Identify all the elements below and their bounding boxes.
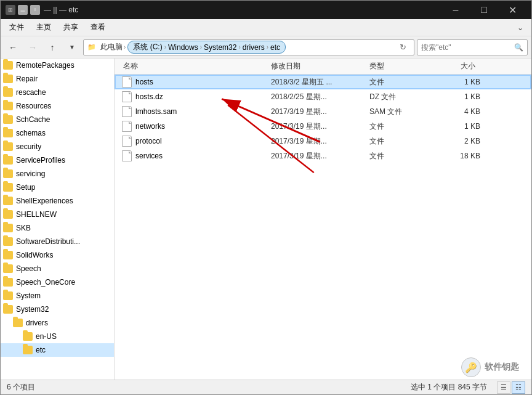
file-name: networks bbox=[135, 122, 271, 131]
folder-icon bbox=[3, 237, 13, 246]
col-header-date[interactable]: 修改日期 bbox=[268, 61, 367, 71]
sidebar-item[interactable]: rescache bbox=[1, 86, 114, 99]
sidebar-item[interactable]: servicing bbox=[1, 167, 114, 181]
breadcrumb-pc[interactable]: 此电脑 › bbox=[100, 42, 126, 52]
address-bar[interactable]: 📁 此电脑 › 系统 (C:) › Windows › System32 › d… bbox=[83, 39, 414, 55]
menu-file[interactable]: 文件 bbox=[3, 20, 30, 35]
up-button[interactable]: ↑ bbox=[44, 39, 61, 56]
file-icon bbox=[122, 150, 132, 161]
dropdown-button[interactable]: ▼ bbox=[63, 39, 81, 56]
folder-icon bbox=[3, 88, 13, 97]
close-button[interactable]: ✕ bbox=[498, 1, 526, 19]
folder-icon bbox=[3, 264, 13, 273]
settings-button[interactable]: ⌄ bbox=[512, 19, 529, 36]
sidebar-item[interactable]: Setup bbox=[1, 181, 114, 194]
window-controls: – □ ✕ bbox=[441, 1, 526, 19]
col-header-type[interactable]: 类型 bbox=[367, 61, 429, 71]
view-details-button[interactable]: ☰ bbox=[497, 381, 510, 394]
sidebar: RemotePackagesRepairrescacheResourcesSch… bbox=[1, 59, 115, 380]
table-row[interactable]: hosts2018/3/2 星期五 ...文件1 KB bbox=[115, 75, 531, 89]
content-area: RemotePackagesRepairrescacheResourcesSch… bbox=[1, 59, 531, 380]
sidebar-item-label: en-US bbox=[36, 332, 57, 341]
file-area: 名称 修改日期 类型 大小 hosts2018/3/2 星期五 ...文件1 K… bbox=[115, 59, 531, 380]
window-icon: ⊞ bbox=[6, 5, 15, 15]
sidebar-item-label: security bbox=[16, 142, 41, 151]
title-icon2: ▬ bbox=[18, 5, 28, 15]
sidebar-item-label: schemas bbox=[16, 129, 46, 137]
menu-view[interactable]: 查看 bbox=[84, 20, 111, 35]
sidebar-item[interactable]: SoftwareDistributi... bbox=[1, 235, 114, 248]
sidebar-item[interactable]: Speech bbox=[1, 262, 114, 275]
search-icon: 🔍 bbox=[514, 43, 523, 52]
sidebar-item[interactable]: Speech_OneCore bbox=[1, 275, 114, 289]
file-name: hosts.dz bbox=[135, 92, 271, 101]
sidebar-item[interactable]: ServiceProfiles bbox=[1, 153, 114, 167]
sidebar-item-label: Speech_OneCore bbox=[16, 278, 75, 287]
refresh-button[interactable]: ↻ bbox=[395, 40, 410, 55]
search-input[interactable] bbox=[421, 43, 514, 52]
sidebar-item[interactable]: en-US bbox=[1, 330, 114, 343]
breadcrumb-highlighted[interactable]: 系统 (C:) › Windows › System32 › drivers ›… bbox=[127, 41, 286, 54]
sidebar-item[interactable]: SKB bbox=[1, 221, 114, 235]
sidebar-item[interactable]: SHELLNEW bbox=[1, 208, 114, 221]
sidebar-item[interactable]: etc bbox=[1, 343, 114, 357]
minimize-button[interactable]: – bbox=[441, 1, 470, 19]
sidebar-item-label: etc bbox=[36, 346, 46, 354]
sidebar-item-label: drivers bbox=[26, 319, 48, 327]
sidebar-item[interactable]: System bbox=[1, 289, 114, 303]
sidebar-item[interactable]: ShellExperiences bbox=[1, 194, 114, 208]
sidebar-item-label: SKB bbox=[16, 224, 31, 232]
file-icon bbox=[122, 91, 132, 102]
folder-icon bbox=[3, 291, 13, 300]
file-icon bbox=[122, 76, 132, 88]
file-date: 2018/3/2 星期五 ... bbox=[271, 77, 369, 88]
file-icon bbox=[122, 136, 132, 147]
table-row[interactable]: lmhosts.sam2017/3/19 星期...SAM 文件4 KB bbox=[115, 104, 531, 119]
sidebar-item[interactable]: Resources bbox=[1, 99, 114, 113]
file-name: hosts bbox=[135, 78, 271, 86]
sidebar-item-label: RemotePackages bbox=[16, 61, 75, 70]
search-bar[interactable]: 🔍 bbox=[417, 39, 528, 55]
sidebar-item[interactable]: System32 bbox=[1, 303, 114, 316]
back-button[interactable]: ← bbox=[4, 39, 22, 56]
folder-icon bbox=[3, 75, 13, 83]
file-name: services bbox=[135, 152, 271, 160]
folder-icon bbox=[3, 102, 13, 110]
col-header-size[interactable]: 大小 bbox=[429, 61, 478, 71]
view-list-button[interactable]: ☷ bbox=[512, 381, 525, 394]
menu-home[interactable]: 主页 bbox=[30, 20, 57, 35]
file-size: 1 KB bbox=[431, 92, 480, 101]
folder-icon bbox=[23, 332, 33, 341]
sidebar-item[interactable]: SchCache bbox=[1, 113, 114, 126]
file-icon bbox=[122, 106, 132, 117]
maximize-button[interactable]: □ bbox=[470, 1, 498, 19]
folder-icon bbox=[3, 129, 13, 137]
file-size: 4 KB bbox=[431, 107, 480, 116]
sidebar-item[interactable]: drivers bbox=[1, 316, 114, 330]
sidebar-item-label: SolidWorks bbox=[16, 251, 53, 259]
table-row[interactable]: hosts.dz2018/2/25 星期...DZ 文件1 KB bbox=[115, 89, 531, 104]
forward-button[interactable]: → bbox=[24, 39, 41, 56]
sidebar-item[interactable]: schemas bbox=[1, 126, 114, 140]
table-row[interactable]: services2017/3/19 星期...文件18 KB bbox=[115, 149, 531, 163]
col-header-name[interactable]: 名称 bbox=[121, 61, 268, 71]
table-row[interactable]: protocol2017/3/19 星期...文件2 KB bbox=[115, 134, 531, 149]
file-date: 2018/2/25 星期... bbox=[271, 92, 369, 102]
watermark: 🔑 软件钥匙 bbox=[461, 357, 519, 377]
title-bar-icons: ⊞ ▬ ⬇ bbox=[6, 5, 40, 15]
sidebar-item-label: Resources bbox=[16, 102, 51, 110]
file-type: 文件 bbox=[369, 121, 431, 132]
menu-share[interactable]: 共享 bbox=[57, 20, 84, 35]
file-date: 2017/3/19 星期... bbox=[271, 151, 369, 161]
status-bar: 6 个项目 选中 1 个项目 845 字节 ☰ ☷ bbox=[1, 380, 531, 394]
sidebar-item[interactable]: Repair bbox=[1, 72, 114, 86]
folder-icon bbox=[3, 169, 13, 178]
folder-icon bbox=[13, 319, 23, 327]
file-name: protocol bbox=[135, 137, 271, 145]
table-row[interactable]: networks2017/3/19 星期...文件1 KB bbox=[115, 119, 531, 134]
sidebar-item[interactable]: security bbox=[1, 140, 114, 153]
sidebar-item-label: Repair bbox=[16, 75, 38, 83]
folder-icon bbox=[3, 305, 13, 314]
sidebar-item[interactable]: SolidWorks bbox=[1, 248, 114, 262]
sidebar-item[interactable]: RemotePackages bbox=[1, 59, 114, 72]
